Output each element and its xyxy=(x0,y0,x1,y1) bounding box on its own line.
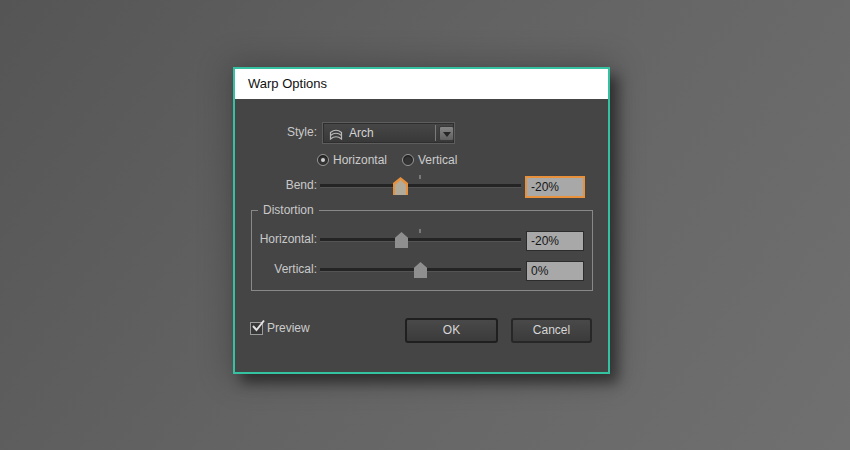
radio-horizontal-icon xyxy=(317,154,329,166)
dropdown-separator xyxy=(435,125,436,141)
chevron-down-icon xyxy=(443,132,451,137)
warp-options-dialog: Warp Options Style: Arch Horizontal Vert… xyxy=(233,67,610,374)
bend-slider-track[interactable] xyxy=(320,184,521,188)
preview-checkbox[interactable] xyxy=(250,322,263,335)
cancel-button[interactable]: Cancel xyxy=(511,318,592,343)
dropdown-arrow-button[interactable] xyxy=(439,126,454,141)
checkmark-icon xyxy=(251,319,266,333)
style-dropdown-value: Arch xyxy=(349,126,374,140)
bend-slider-center-tick xyxy=(419,175,421,179)
distortion-vertical-label: Vertical: xyxy=(235,262,317,277)
distortion-horizontal-value-input[interactable] xyxy=(526,231,584,251)
bend-label: Bend: xyxy=(235,178,317,193)
dialog-titlebar[interactable]: Warp Options xyxy=(235,69,608,99)
ok-button[interactable]: OK xyxy=(405,318,498,343)
radio-vertical-icon xyxy=(402,154,414,166)
distortion-legend: Distortion xyxy=(258,203,319,218)
radio-vertical-label: Vertical xyxy=(418,153,457,168)
arch-icon xyxy=(328,127,344,141)
distortion-horizontal-label: Horizontal: xyxy=(235,232,317,247)
style-dropdown[interactable]: Arch xyxy=(322,122,455,144)
bend-value-input[interactable] xyxy=(525,176,585,198)
radio-horizontal-label: Horizontal xyxy=(333,153,387,168)
dialog-title: Warp Options xyxy=(248,76,327,91)
distortion-horizontal-center-tick xyxy=(419,229,421,233)
preview-label: Preview xyxy=(267,321,310,335)
radio-option-vertical[interactable]: Vertical xyxy=(402,153,492,168)
distortion-vertical-value-input[interactable] xyxy=(526,261,584,281)
style-label: Style: xyxy=(235,125,317,140)
bend-slider-thumb[interactable] xyxy=(393,177,408,195)
distortion-horizontal-slider-track[interactable] xyxy=(320,238,521,242)
